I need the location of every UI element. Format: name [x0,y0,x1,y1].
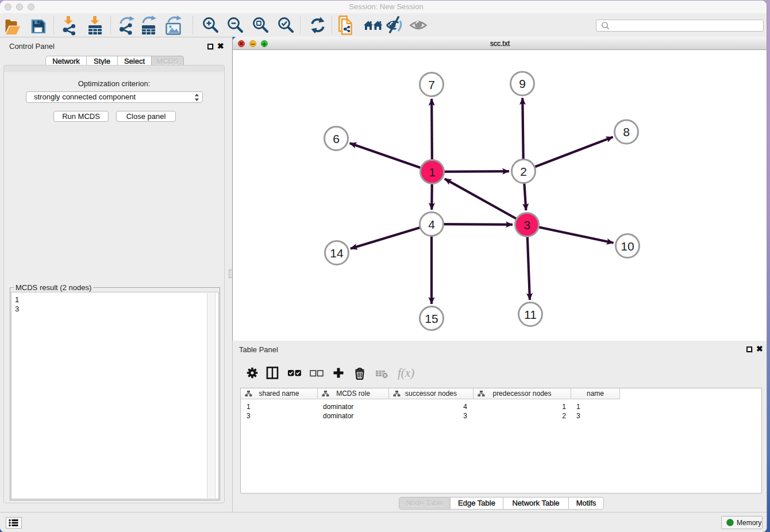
svg-text:6: 6 [333,132,340,145]
svg-text:1: 1 [429,165,436,179]
svg-text:8: 8 [623,125,630,138]
svg-text:11: 11 [524,308,537,321]
svg-text:14: 14 [330,246,344,260]
svg-text:10: 10 [621,240,634,253]
svg-text:f(x): f(x) [398,366,414,380]
svg-text:3: 3 [523,218,530,232]
svg-text:4: 4 [428,218,435,231]
svg-text:7: 7 [428,78,435,91]
svg-text:15: 15 [425,312,438,325]
svg-text:2: 2 [520,165,527,178]
svg-text:9: 9 [519,77,526,90]
